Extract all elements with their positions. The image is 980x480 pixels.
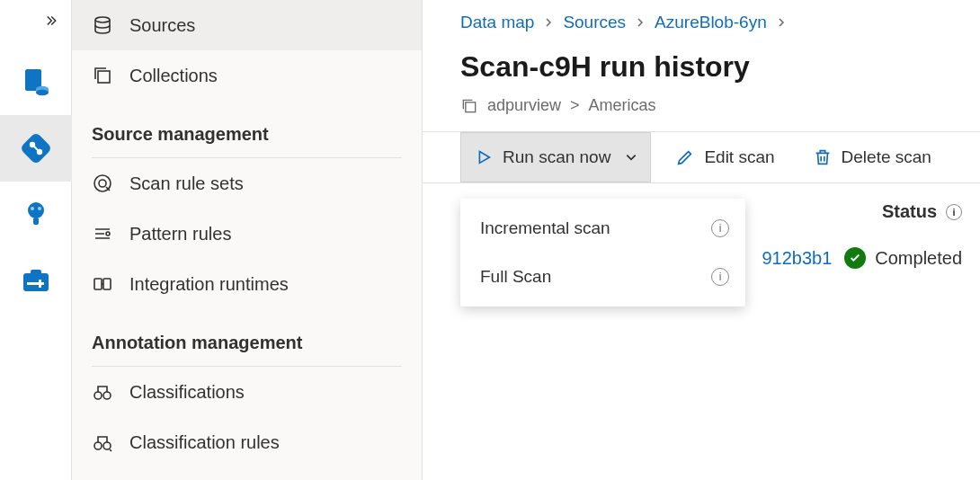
edit-scan-button[interactable]: Edit scan bbox=[662, 132, 788, 182]
trash-icon bbox=[813, 147, 833, 167]
svg-rect-13 bbox=[27, 282, 36, 285]
sidebar-item-classifications[interactable]: Classifications bbox=[72, 367, 422, 417]
svg-point-16 bbox=[95, 17, 110, 22]
dropdown-item-incremental-scan[interactable]: Incremental scan i bbox=[460, 204, 745, 253]
svg-rect-12 bbox=[31, 270, 41, 275]
svg-rect-10 bbox=[33, 218, 39, 225]
sidebar-item-label: Sources bbox=[129, 15, 195, 36]
sidebar-item-integration-runtimes[interactable]: Integration runtimes bbox=[72, 259, 422, 309]
collections-icon bbox=[460, 97, 478, 115]
sidebar-item-pattern-rules[interactable]: Pattern rules bbox=[72, 209, 422, 259]
sidebar-item-collections[interactable]: Collections bbox=[72, 50, 422, 101]
collections-icon bbox=[92, 65, 113, 86]
svg-rect-17 bbox=[98, 71, 110, 83]
status-text: Completed bbox=[875, 248, 962, 269]
svg-point-24 bbox=[103, 392, 111, 399]
chevron-right-icon bbox=[543, 17, 554, 28]
chevron-right-icon bbox=[776, 17, 787, 28]
success-check-icon bbox=[844, 247, 866, 269]
svg-point-7 bbox=[28, 202, 44, 218]
breadcrumb: Data map Sources AzureBlob-6yn bbox=[423, 0, 980, 43]
sidebar-item-sources[interactable]: Sources bbox=[72, 0, 422, 50]
svg-rect-22 bbox=[103, 279, 111, 289]
sidebar-item-label: Classifications bbox=[129, 382, 245, 403]
database-icon bbox=[92, 14, 113, 36]
separator: > bbox=[570, 96, 580, 115]
settings-list-icon bbox=[92, 223, 113, 244]
dropdown-item-label: Full Scan bbox=[480, 267, 551, 287]
svg-point-23 bbox=[94, 392, 102, 399]
info-icon[interactable]: i bbox=[711, 268, 729, 286]
collection-path: adpurview > Americas bbox=[423, 89, 980, 131]
info-icon[interactable]: i bbox=[946, 204, 962, 220]
run-scan-dropdown: Incremental scan i Full Scan i bbox=[460, 199, 745, 307]
left-nav-rail bbox=[0, 0, 72, 480]
svg-point-3 bbox=[36, 90, 49, 95]
info-icon[interactable]: i bbox=[711, 219, 729, 237]
button-label: Edit scan bbox=[704, 147, 774, 167]
button-label: Delete scan bbox=[842, 147, 931, 167]
sidebar-item-classification-rules[interactable]: Classification rules bbox=[72, 417, 422, 467]
sidebar-section-header: Annotation management bbox=[72, 309, 422, 359]
toolbar: Run scan now Edit scan Delete bbox=[423, 131, 980, 183]
play-icon bbox=[474, 147, 494, 167]
target-icon bbox=[92, 173, 113, 194]
collapse-nav-icon[interactable] bbox=[44, 13, 60, 29]
rail-item-insights[interactable] bbox=[0, 182, 72, 248]
classification-rules-icon bbox=[92, 431, 113, 453]
svg-rect-21 bbox=[94, 279, 102, 289]
dropdown-item-full-scan[interactable]: Full Scan i bbox=[460, 253, 745, 301]
edit-icon bbox=[675, 147, 695, 167]
sidebar-item-label: Scan rule sets bbox=[129, 173, 244, 194]
status-column-header: Status bbox=[882, 201, 937, 222]
svg-point-8 bbox=[31, 207, 34, 210]
rail-item-data-map[interactable] bbox=[0, 115, 72, 182]
svg-point-9 bbox=[38, 207, 41, 210]
collection-root: adpurview bbox=[487, 96, 561, 115]
sidebar-item-label: Pattern rules bbox=[129, 224, 231, 244]
page-title: Scan-c9H run history bbox=[423, 43, 980, 89]
chevron-right-icon bbox=[635, 17, 646, 28]
sidebar-section-header: Source management bbox=[72, 101, 422, 150]
rail-item-management[interactable] bbox=[0, 248, 72, 315]
run-id-link[interactable]: 912b3b1 bbox=[762, 248, 832, 269]
sidebar-item-label: Integration runtimes bbox=[129, 274, 289, 295]
sidebar-item-scan-rule-sets[interactable]: Scan rule sets bbox=[72, 158, 422, 209]
svg-rect-27 bbox=[466, 102, 476, 111]
collection-name: Americas bbox=[589, 96, 656, 115]
breadcrumb-link[interactable]: Sources bbox=[563, 13, 626, 32]
status-cell: Completed bbox=[844, 247, 962, 269]
button-label: Run scan now bbox=[503, 147, 610, 167]
run-scan-button[interactable]: Run scan now bbox=[460, 132, 651, 182]
svg-point-26 bbox=[103, 442, 111, 449]
sidebar-item-label: Collections bbox=[129, 66, 218, 86]
sidebar-item-label: Classification rules bbox=[129, 432, 280, 453]
svg-point-25 bbox=[94, 442, 102, 449]
breadcrumb-link[interactable]: Data map bbox=[460, 13, 534, 32]
sidebar: Sources Collections Source management Sc… bbox=[72, 0, 423, 480]
classification-icon bbox=[92, 381, 113, 403]
svg-point-20 bbox=[106, 232, 110, 236]
chevron-down-icon bbox=[625, 151, 637, 164]
delete-scan-button[interactable]: Delete scan bbox=[799, 132, 945, 182]
dropdown-item-label: Incremental scan bbox=[480, 218, 610, 238]
svg-point-19 bbox=[99, 180, 106, 187]
svg-rect-15 bbox=[36, 282, 44, 285]
rail-item-data-catalog[interactable] bbox=[0, 49, 72, 115]
runtime-icon bbox=[92, 273, 113, 295]
breadcrumb-link[interactable]: AzureBlob-6yn bbox=[655, 13, 767, 32]
